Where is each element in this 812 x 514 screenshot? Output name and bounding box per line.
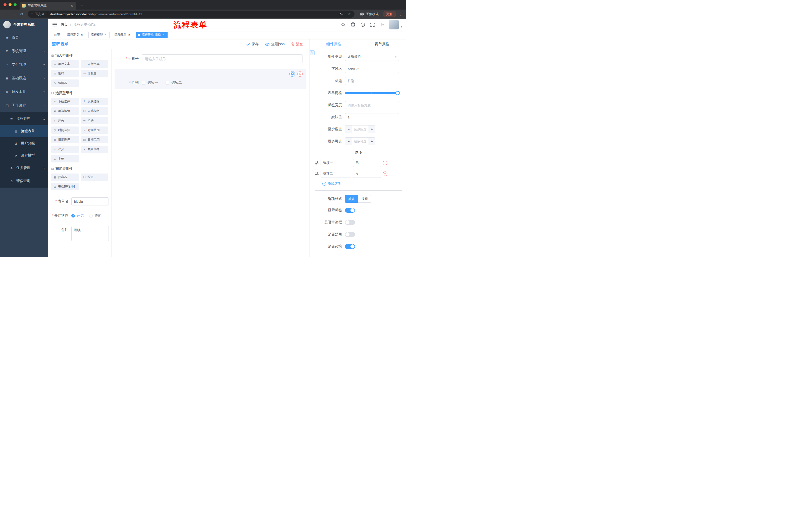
title-input[interactable] bbox=[345, 77, 399, 85]
font-size-icon[interactable]: TT bbox=[380, 23, 384, 27]
copy-component-button[interactable] bbox=[289, 71, 295, 77]
back-icon[interactable] bbox=[3, 10, 10, 18]
add-option-button[interactable]: 添加选项 bbox=[322, 181, 402, 186]
selected-component-gender[interactable]: 性别 选项一 选项二 bbox=[115, 69, 306, 89]
view-json-button[interactable]: 查看json bbox=[265, 42, 285, 47]
bookmark-star-icon[interactable] bbox=[346, 11, 352, 17]
show-label-switch[interactable] bbox=[345, 208, 355, 213]
disabled-switch[interactable] bbox=[345, 232, 355, 237]
palette-item-editor[interactable]: ✎编辑器 bbox=[51, 79, 79, 87]
browser-tab[interactable]: 芋道管理系统 bbox=[20, 2, 76, 9]
slider-handle[interactable] bbox=[396, 91, 400, 95]
palette-item-button[interactable]: ☐按钮 bbox=[81, 173, 109, 181]
palette-item-date-range[interactable]: ▤日期范围 bbox=[81, 136, 109, 143]
palette-item-checkbox-group[interactable]: ☑多选框组 bbox=[81, 107, 109, 115]
tab-component-props[interactable]: 组件属性 bbox=[310, 39, 358, 49]
palette-item-radio-group[interactable]: ◉单选框组 bbox=[51, 107, 79, 115]
avatar-caret-icon[interactable] bbox=[401, 25, 402, 29]
checkbox-option-2[interactable]: 选项二 bbox=[166, 80, 182, 85]
option-value-input[interactable] bbox=[353, 159, 381, 167]
form-grid-slider[interactable] bbox=[345, 89, 399, 97]
palette-item-password[interactable]: ⊠密码 bbox=[51, 70, 79, 77]
tag-home[interactable]: 首页 bbox=[52, 32, 62, 38]
option-name-input[interactable] bbox=[321, 170, 351, 178]
palette-item-single-line-text[interactable]: ▭单行文本 bbox=[51, 60, 79, 67]
form-remark-textarea[interactable]: 嘿嘿 bbox=[71, 226, 109, 241]
sidebar-item-workflow[interactable]: ◫ 工作流程 bbox=[0, 99, 48, 112]
tab-form-props[interactable]: 表单属性 bbox=[358, 39, 406, 49]
link-badge-icon[interactable] bbox=[310, 50, 315, 55]
checkbox-option-1[interactable]: 选项一 bbox=[142, 80, 158, 85]
decrease-button[interactable] bbox=[345, 138, 352, 145]
remove-option-icon[interactable] bbox=[383, 171, 387, 176]
minimize-window-button[interactable] bbox=[8, 3, 11, 6]
style-default-button[interactable]: 默认 bbox=[345, 195, 358, 203]
component-type-select[interactable]: 多选框组 bbox=[345, 53, 399, 61]
tag-close-icon[interactable] bbox=[162, 33, 165, 37]
field-name-input[interactable] bbox=[345, 65, 399, 73]
sidebar-item-system-mgmt[interactable]: ⚙ 系统管理 bbox=[0, 44, 48, 58]
security-warning-icon[interactable] bbox=[31, 12, 33, 16]
search-icon[interactable] bbox=[341, 23, 345, 27]
palette-item-multi-line-text[interactable]: ≣多行文本 bbox=[81, 60, 109, 67]
browser-menu-icon[interactable] bbox=[398, 11, 403, 17]
sidebar-item-home[interactable]: ◉ 首页 bbox=[0, 31, 48, 44]
user-avatar[interactable] bbox=[389, 20, 399, 29]
tag-process-form[interactable]: 流程表单 bbox=[112, 32, 133, 38]
option-value-input[interactable] bbox=[353, 170, 381, 178]
palette-item-table[interactable]: ⊞表格[开发中] bbox=[51, 183, 79, 190]
close-window-button[interactable] bbox=[3, 3, 6, 6]
default-value-input[interactable] bbox=[345, 113, 399, 121]
palette-item-upload[interactable]: ↥上传 bbox=[51, 155, 79, 162]
sidebar-item-devtools[interactable]: ⚒ 研发工具 bbox=[0, 85, 48, 99]
tag-process-model[interactable]: 流程模型 bbox=[88, 32, 110, 38]
browser-update-button[interactable]: 更新 bbox=[383, 11, 396, 17]
radio-on[interactable]: 开启 bbox=[71, 214, 84, 218]
palette-item-counter[interactable]: 123计数器 bbox=[81, 70, 109, 77]
option-name-input[interactable] bbox=[321, 159, 351, 167]
palette-item-date-picker[interactable]: ▦日期选择 bbox=[51, 136, 79, 143]
min-select-value[interactable]: 至少应选 bbox=[352, 126, 368, 133]
tab-close-icon[interactable] bbox=[70, 4, 74, 8]
label-width-input[interactable] bbox=[345, 101, 399, 109]
sidebar-item-task-mgmt[interactable]: ⋔ 任务管理 bbox=[0, 161, 48, 174]
palette-item-rate[interactable]: ☆评分 bbox=[51, 145, 79, 153]
palette-item-row-container[interactable]: ▣行容器 bbox=[51, 173, 79, 181]
clear-button[interactable]: 清空 bbox=[291, 42, 303, 47]
password-key-icon[interactable] bbox=[338, 11, 344, 17]
palette-item-color-picker[interactable]: ◑颜色选择 bbox=[81, 145, 109, 153]
palette-item-time-range[interactable]: ◔时间范围 bbox=[81, 127, 109, 134]
palette-item-slider[interactable]: ⊸滑块 bbox=[81, 117, 109, 124]
phone-field-input[interactable] bbox=[142, 54, 302, 63]
breadcrumb-home[interactable]: 首页 bbox=[61, 22, 68, 27]
sidebar-item-process-form[interactable]: ▤ 流程表单 bbox=[0, 125, 48, 137]
increase-button[interactable] bbox=[368, 126, 375, 133]
style-button-button[interactable]: 按钮 bbox=[358, 195, 371, 203]
tag-close-icon[interactable] bbox=[80, 33, 84, 37]
required-switch[interactable] bbox=[345, 244, 355, 249]
github-icon[interactable] bbox=[351, 22, 355, 27]
sidebar-item-leave-query[interactable]: ♙ 请假查询 bbox=[0, 174, 48, 188]
sidebar-item-user-group[interactable]: ♟ 用户分组 bbox=[0, 137, 48, 150]
radio-off[interactable]: 关闭 bbox=[89, 214, 102, 218]
fullscreen-icon[interactable] bbox=[370, 23, 375, 27]
palette-item-time-picker[interactable]: ◷时间选择 bbox=[51, 127, 79, 134]
reload-icon[interactable] bbox=[18, 10, 25, 18]
drag-handle-icon[interactable] bbox=[315, 172, 319, 175]
sidebar-item-process-mgmt[interactable]: ≣ 流程管理 bbox=[0, 112, 48, 125]
tag-close-icon[interactable] bbox=[127, 33, 131, 37]
zoom-window-button[interactable] bbox=[13, 3, 17, 6]
sidebar-toggle-icon[interactable] bbox=[52, 23, 57, 27]
save-button[interactable]: 保存 bbox=[246, 42, 259, 47]
increase-button[interactable] bbox=[368, 138, 375, 145]
sidebar-item-process-model[interactable]: ➤ 流程模型 bbox=[0, 150, 48, 161]
sidebar-item-infrastructure[interactable]: ▣ 基础设施 bbox=[0, 72, 48, 85]
tag-close-icon[interactable] bbox=[104, 33, 107, 37]
drag-handle-icon[interactable] bbox=[315, 161, 319, 165]
palette-item-cascader[interactable]: ⋔级联选择 bbox=[81, 98, 109, 105]
delete-component-button[interactable] bbox=[297, 71, 303, 77]
palette-item-switch[interactable]: ◐开关 bbox=[51, 117, 79, 124]
max-select-value[interactable]: 最多可选 bbox=[352, 138, 368, 145]
form-name-input[interactable] bbox=[71, 197, 109, 206]
new-tab-button[interactable] bbox=[78, 2, 85, 9]
